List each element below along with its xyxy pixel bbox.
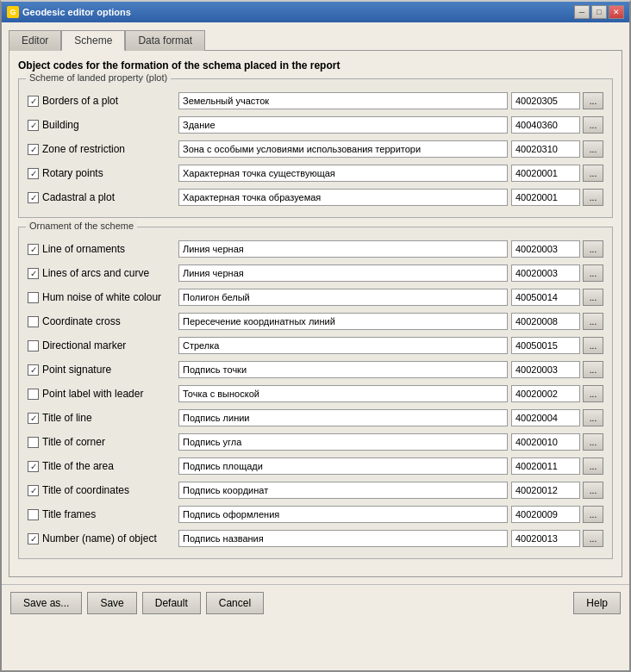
browse-hum-noise[interactable]: ... [583, 289, 603, 306]
text-title-corner[interactable] [178, 433, 508, 451]
browse-title-frames[interactable]: ... [583, 506, 603, 523]
text-title-coordinates[interactable] [178, 482, 508, 499]
text-zone-restriction[interactable] [178, 140, 508, 158]
code-rotary-points[interactable] [511, 165, 580, 182]
checkbox-lines-arcs[interactable] [28, 268, 39, 279]
checkbox-point-signature[interactable] [28, 364, 39, 376]
browse-title-line[interactable]: ... [583, 409, 603, 426]
checkbox-cadastral-plot[interactable] [28, 192, 39, 203]
text-title-frames[interactable] [178, 506, 508, 523]
checkbox-point-label-leader[interactable] [28, 389, 39, 400]
checkbox-line-ornaments[interactable] [28, 244, 39, 255]
row-label: Point label with leader [28, 388, 178, 400]
browse-title-coordinates[interactable]: ... [583, 482, 603, 499]
text-number-name-object[interactable] [178, 530, 508, 547]
code-title-frames[interactable] [511, 506, 580, 523]
code-line-ornaments[interactable] [511, 240, 580, 258]
label-title-coordinates: Title of coordinates [42, 484, 129, 496]
row-label: Coordinate cross [28, 315, 178, 327]
tab-content: Object codes for the formation of the sc… [9, 51, 622, 577]
code-title-coordinates[interactable] [511, 482, 580, 499]
browse-rotary-points[interactable]: ... [583, 165, 603, 182]
checkbox-hum-noise[interactable] [28, 292, 39, 303]
row-label: Hum noise of white colour [28, 291, 178, 303]
browse-cadastral-plot[interactable]: ... [583, 189, 603, 206]
title-bar-buttons: ─ □ ✕ [574, 5, 624, 19]
checkbox-title-area[interactable] [28, 461, 39, 472]
checkbox-borders-of-plot[interactable] [28, 96, 39, 107]
checkbox-title-corner[interactable] [28, 437, 39, 448]
default-button[interactable]: Default [142, 592, 201, 614]
text-title-area[interactable] [178, 457, 508, 475]
text-cadastral-plot[interactable] [178, 189, 508, 206]
text-coordinate-cross[interactable] [178, 313, 508, 330]
browse-point-signature[interactable]: ... [583, 361, 603, 378]
text-hum-noise[interactable] [178, 289, 508, 306]
code-coordinate-cross[interactable] [511, 313, 580, 330]
tab-bar: Editor Scheme Data format [9, 29, 622, 51]
text-directional-marker[interactable] [178, 337, 508, 354]
code-zone-restriction[interactable] [511, 140, 580, 158]
checkbox-title-coordinates[interactable] [28, 485, 39, 496]
code-directional-marker[interactable] [511, 337, 580, 354]
code-point-signature[interactable] [511, 361, 580, 378]
checkbox-zone-restriction[interactable] [28, 144, 39, 155]
table-row: Title of corner ... [28, 431, 603, 453]
code-lines-arcs[interactable] [511, 264, 580, 282]
row-label: Rotary points [28, 167, 178, 179]
row-label: Number (name) of object [28, 532, 178, 544]
checkbox-number-name-object[interactable] [28, 533, 39, 544]
code-number-name-object[interactable] [511, 530, 580, 547]
code-title-corner[interactable] [511, 433, 580, 451]
code-title-line[interactable] [511, 409, 580, 426]
text-title-line[interactable] [178, 409, 508, 426]
text-line-ornaments[interactable] [178, 240, 508, 258]
browse-line-ornaments[interactable]: ... [583, 240, 603, 258]
content-area: Editor Scheme Data format Object codes f… [2, 22, 629, 584]
browse-building[interactable]: ... [583, 116, 603, 134]
section-title: Object codes for the formation of the sc… [18, 59, 613, 72]
browse-point-label-leader[interactable]: ... [583, 385, 603, 402]
save-as-button[interactable]: Save as... [10, 592, 82, 614]
text-borders-of-plot[interactable] [178, 92, 508, 109]
text-lines-arcs[interactable] [178, 264, 508, 282]
tab-scheme[interactable]: Scheme [61, 30, 125, 51]
browse-title-area[interactable]: ... [583, 457, 603, 475]
code-title-area[interactable] [511, 457, 580, 475]
code-borders-of-plot[interactable] [511, 92, 580, 109]
browse-coordinate-cross[interactable]: ... [583, 313, 603, 330]
code-cadastral-plot[interactable] [511, 189, 580, 206]
browse-directional-marker[interactable]: ... [583, 337, 603, 354]
bottom-bar: Save as... Save Default Cancel Help [2, 584, 629, 621]
text-point-label-leader[interactable] [178, 385, 508, 402]
cancel-button[interactable]: Cancel [206, 592, 264, 614]
label-point-label-leader: Point label with leader [42, 388, 143, 400]
checkbox-title-line[interactable] [28, 413, 39, 424]
checkbox-directional-marker[interactable] [28, 340, 39, 352]
maximize-button[interactable]: □ [591, 5, 607, 19]
text-point-signature[interactable] [178, 361, 508, 378]
save-button[interactable]: Save [87, 592, 136, 614]
browse-borders-of-plot[interactable]: ... [583, 92, 603, 109]
code-point-label-leader[interactable] [511, 385, 580, 402]
help-button[interactable]: Help [573, 592, 621, 614]
code-building[interactable] [511, 116, 580, 134]
checkbox-rotary-points[interactable] [28, 168, 39, 179]
minimize-button[interactable]: ─ [574, 5, 590, 19]
browse-zone-restriction[interactable]: ... [583, 140, 603, 158]
browse-title-corner[interactable]: ... [583, 433, 603, 451]
browse-number-name-object[interactable]: ... [583, 530, 603, 547]
app-icon: G [7, 6, 19, 18]
checkbox-title-frames[interactable] [28, 509, 39, 520]
code-hum-noise[interactable] [511, 289, 580, 306]
tab-editor[interactable]: Editor [9, 30, 61, 51]
tab-dataformat[interactable]: Data format [125, 30, 205, 51]
text-rotary-points[interactable] [178, 165, 508, 182]
checkbox-building[interactable] [28, 120, 39, 131]
browse-lines-arcs[interactable]: ... [583, 264, 603, 282]
title-bar-left: G Geodesic editor options [7, 6, 131, 18]
text-building[interactable] [178, 116, 508, 134]
table-row: Point signature ... [28, 358, 603, 381]
checkbox-coordinate-cross[interactable] [28, 316, 39, 327]
close-button[interactable]: ✕ [609, 5, 624, 19]
